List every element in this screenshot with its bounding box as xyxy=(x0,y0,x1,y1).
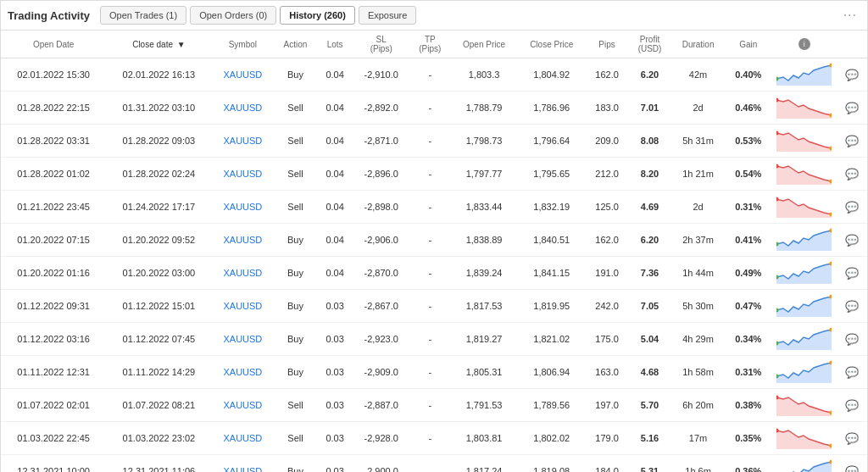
col-profit[interactable]: Profit(USD) xyxy=(628,31,671,58)
col-symbol[interactable]: Symbol xyxy=(212,31,275,58)
col-close-price[interactable]: Close Price xyxy=(518,31,586,58)
open-date: 02.01.2022 15:30 xyxy=(1,58,106,92)
comment-icon[interactable]: 💬 xyxy=(845,201,859,214)
comment-icon[interactable]: 💬 xyxy=(845,69,859,81)
col-tp[interactable]: TP(Pips) xyxy=(409,31,451,58)
col-gain[interactable]: Gain xyxy=(725,31,771,58)
gain: 0.31% xyxy=(725,356,771,389)
tab-history[interactable]: History (260) xyxy=(280,6,355,25)
duration: 1h 58m xyxy=(671,356,725,389)
table-row: 01.20.2022 07:15 01.20.2022 09:52 XAUUSD… xyxy=(1,224,867,257)
table-row: 01.28.2022 01:02 01.28.2022 02:24 XAUUSD… xyxy=(1,158,867,191)
open-price: 1,817.24 xyxy=(451,455,518,473)
comment-icon[interactable]: 💬 xyxy=(845,168,859,180)
symbol[interactable]: XAUUSD xyxy=(212,323,275,356)
col-close-date[interactable]: Close date ▼ xyxy=(106,31,211,58)
comment-icon[interactable]: 💬 xyxy=(845,234,859,247)
table-row: 01.07.2022 02:01 01.07.2022 08:21 XAUUSD… xyxy=(1,389,867,422)
col-action[interactable]: Action xyxy=(274,31,317,58)
symbol[interactable]: XAUUSD xyxy=(212,422,275,455)
symbol[interactable]: XAUUSD xyxy=(212,191,275,224)
open-price: 1,817.53 xyxy=(451,290,518,323)
comment-cell[interactable]: 💬 xyxy=(837,191,867,224)
profit: 7.05 xyxy=(628,290,671,323)
comment-icon[interactable]: 💬 xyxy=(845,267,859,280)
sl: -2,900.0 xyxy=(353,455,409,473)
symbol[interactable]: XAUUSD xyxy=(212,125,275,158)
symbol[interactable]: XAUUSD xyxy=(212,356,275,389)
sparkline xyxy=(771,191,837,224)
symbol[interactable]: XAUUSD xyxy=(212,58,275,92)
lots: 0.04 xyxy=(317,257,353,290)
info-icon[interactable]: i xyxy=(798,38,810,50)
duration: 6h 20m xyxy=(671,389,725,422)
comment-cell[interactable]: 💬 xyxy=(837,224,867,257)
comment-cell[interactable]: 💬 xyxy=(837,455,867,473)
gain: 0.31% xyxy=(725,191,771,224)
action: Sell xyxy=(274,191,317,224)
symbol[interactable]: XAUUSD xyxy=(212,455,275,473)
comment-icon[interactable]: 💬 xyxy=(845,366,859,379)
comment-cell[interactable]: 💬 xyxy=(837,92,867,125)
profit: 5.31 xyxy=(628,455,671,473)
trades-table: Open Date Close date ▼ Symbol Action Lot… xyxy=(1,31,867,472)
close-price: 1,832.19 xyxy=(518,191,586,224)
symbol[interactable]: XAUUSD xyxy=(212,389,275,422)
symbol[interactable]: XAUUSD xyxy=(212,158,275,191)
close-date: 01.28.2022 02:24 xyxy=(106,158,211,191)
svg-marker-0 xyxy=(776,65,832,86)
pips: 175.0 xyxy=(586,323,628,356)
col-sl[interactable]: SL(Pips) xyxy=(353,31,409,58)
comment-icon[interactable]: 💬 xyxy=(845,135,859,147)
tp: - xyxy=(409,290,451,323)
tab-open-trades[interactable]: Open Trades (1) xyxy=(100,6,186,25)
col-duration[interactable]: Duration xyxy=(671,31,725,58)
comment-cell[interactable]: 💬 xyxy=(837,422,867,455)
action: Buy xyxy=(274,356,317,389)
svg-marker-15 xyxy=(776,230,832,251)
table-row: 01.28.2022 03:31 01.28.2022 09:03 XAUUSD… xyxy=(1,125,867,158)
open-price: 1,788.79 xyxy=(451,92,518,125)
more-options-button[interactable]: ··· xyxy=(840,8,860,23)
open-price: 1,798.73 xyxy=(451,125,518,158)
col-lots[interactable]: Lots xyxy=(317,31,353,58)
symbol[interactable]: XAUUSD xyxy=(212,290,275,323)
col-open-date[interactable]: Open Date xyxy=(1,31,106,58)
comment-icon[interactable]: 💬 xyxy=(845,465,859,473)
sparkline xyxy=(771,455,837,473)
sl: -2,923.0 xyxy=(353,323,409,356)
comment-cell[interactable]: 💬 xyxy=(837,158,867,191)
comment-cell[interactable]: 💬 xyxy=(837,257,867,290)
lots: 0.04 xyxy=(317,158,353,191)
col-pips[interactable]: Pips xyxy=(586,31,628,58)
symbol[interactable]: XAUUSD xyxy=(212,224,275,257)
comment-icon[interactable]: 💬 xyxy=(845,333,859,346)
action: Sell xyxy=(274,125,317,158)
comment-cell[interactable]: 💬 xyxy=(837,58,867,92)
comment-cell[interactable]: 💬 xyxy=(837,290,867,323)
comment-cell[interactable]: 💬 xyxy=(837,389,867,422)
tab-exposure[interactable]: Exposure xyxy=(359,6,416,25)
comment-cell[interactable]: 💬 xyxy=(837,356,867,389)
comment-icon[interactable]: 💬 xyxy=(845,432,859,445)
comment-icon[interactable]: 💬 xyxy=(845,300,859,313)
col-open-price[interactable]: Open Price xyxy=(451,31,518,58)
comment-cell[interactable]: 💬 xyxy=(837,125,867,158)
tab-open-orders[interactable]: Open Orders (0) xyxy=(190,6,276,25)
pips: 163.0 xyxy=(586,356,628,389)
symbol[interactable]: XAUUSD xyxy=(212,257,275,290)
open-date: 01.28.2022 01:02 xyxy=(1,158,106,191)
comment-icon[interactable]: 💬 xyxy=(845,399,859,412)
sl: -2,896.0 xyxy=(353,158,409,191)
close-price: 1,840.51 xyxy=(518,224,586,257)
profit: 8.08 xyxy=(628,125,671,158)
sl: -2,870.0 xyxy=(353,257,409,290)
comment-icon[interactable]: 💬 xyxy=(845,102,859,114)
table-row: 01.03.2022 22:45 01.03.2022 23:02 XAUUSD… xyxy=(1,422,867,455)
sl: -2,909.0 xyxy=(353,356,409,389)
open-date: 01.12.2022 09:31 xyxy=(1,290,106,323)
symbol[interactable]: XAUUSD xyxy=(212,92,275,125)
profit: 8.20 xyxy=(628,158,671,191)
close-price: 1,786.96 xyxy=(518,92,586,125)
comment-cell[interactable]: 💬 xyxy=(837,323,867,356)
